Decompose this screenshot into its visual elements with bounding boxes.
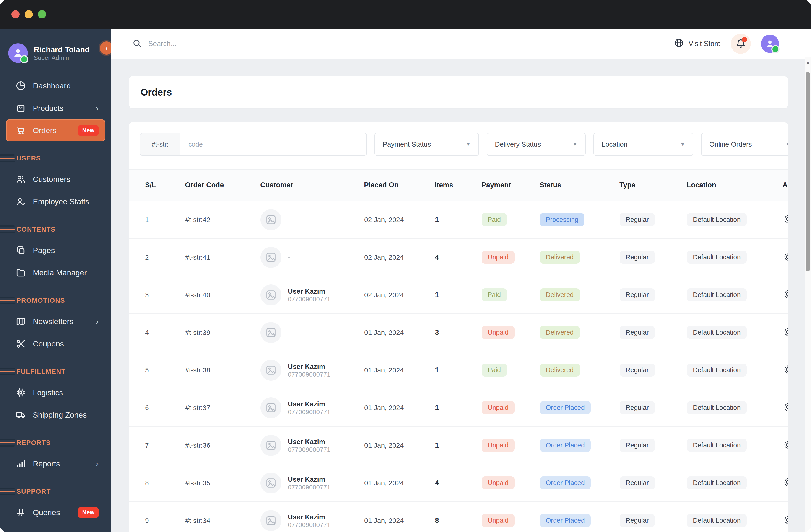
image-placeholder-icon [265, 326, 277, 339]
cell-location: Default Location [687, 502, 782, 532]
view-order-button[interactable] [783, 364, 788, 376]
sidebar-item-products[interactable]: Products› [6, 97, 105, 119]
view-order-button[interactable] [783, 402, 788, 413]
view-order-button[interactable] [783, 289, 788, 301]
sidebar-item-newsletters[interactable]: Newsletters› [6, 311, 105, 332]
orders-table: S/LOrder CodeCustomerPlaced OnItemsPayme… [129, 169, 788, 532]
filters-bar: #t-str: Payment Status ▼ Delivery Status… [129, 132, 788, 156]
sidebar-item-customers[interactable]: Customers [6, 168, 105, 190]
sidebar-item-label: Orders [33, 126, 57, 135]
global-search-input[interactable] [148, 40, 308, 48]
column-header-payment: Payment [481, 169, 540, 201]
online-orders-select[interactable]: Online Orders ▼ [701, 132, 788, 156]
sidebar-item-media-manager[interactable]: Media Manager [6, 262, 105, 284]
status-badge: Order Placed [540, 439, 591, 452]
cell-action [782, 426, 788, 464]
image-placeholder-icon [265, 289, 277, 301]
table-row: 9#t-str:34User Kazim07700900077101 Jan, … [129, 502, 788, 532]
status-badge: Processing [540, 213, 584, 226]
sidebar-item-shipping-zones[interactable]: Shipping Zones [6, 404, 105, 426]
customer-info: User Kazim077009000771 [288, 512, 331, 529]
view-order-button[interactable] [783, 214, 788, 225]
sidebar-nav: DashboardProducts›OrdersNewUSERSCustomer… [0, 72, 111, 532]
section-marker-icon [0, 487, 15, 495]
view-eye-icon [784, 440, 788, 450]
sidebar-item-logistics[interactable]: Logistics [6, 381, 105, 404]
sidebar-item-orders[interactable]: OrdersNew [6, 120, 105, 141]
view-order-button[interactable] [783, 477, 788, 489]
location-badge: Default Location [687, 326, 747, 339]
section-marker-icon [0, 297, 15, 304]
scrollbar-thumb[interactable] [806, 72, 810, 271]
location-select[interactable]: Location ▼ [593, 132, 693, 156]
customer-info: User Kazim077009000771 [288, 362, 331, 378]
location-badge: Default Location [687, 363, 747, 377]
customer-image-placeholder [260, 510, 281, 531]
cell-items: 3 [435, 314, 481, 351]
cell-payment: Unpaid [481, 314, 540, 351]
order-code-input[interactable] [180, 133, 366, 155]
sidebar-item-reports[interactable]: Reports› [6, 453, 105, 474]
cell-items: 1 [435, 201, 481, 238]
cell-placed-on: 02 Jan, 2024 [364, 238, 435, 276]
online-status-dot [20, 55, 28, 63]
column-header-customer: Customer [260, 169, 364, 201]
orders-cart-icon [16, 125, 26, 136]
chevron-right-icon: › [96, 459, 98, 468]
window-titlebar [0, 0, 811, 29]
sidebar-section-fulfillment: FULFILLMENT [0, 365, 111, 378]
scrollbar[interactable]: ▲ [805, 58, 811, 532]
delivery-status-select[interactable]: Delivery Status ▼ [487, 132, 586, 156]
payment-status-select[interactable]: Payment Status ▼ [374, 132, 479, 156]
type-badge: Regular [619, 476, 655, 490]
view-order-button[interactable] [783, 439, 788, 451]
maximize-window-button[interactable] [38, 10, 46, 18]
customer-cell: User Kazim077009000771 [260, 284, 364, 306]
status-badge: Delivered [540, 363, 580, 377]
sidebar-item-label: Newsletters [33, 317, 74, 326]
notifications-button[interactable] [731, 34, 751, 54]
view-order-button[interactable] [783, 514, 788, 526]
customer-cell: - [260, 322, 364, 343]
sidebar-item-employee-staffs[interactable]: Employee Staffs [6, 190, 105, 213]
sidebar-collapse-button[interactable]: ‹ [100, 42, 111, 55]
sidebar-item-label: Dashboard [33, 81, 71, 90]
location-badge: Default Location [687, 439, 747, 452]
sidebar-item-pages[interactable]: Pages [6, 239, 105, 261]
status-badge: Unpaid [482, 439, 515, 452]
cell-type: Regular [619, 314, 687, 351]
sidebar-item-dashboard[interactable]: Dashboard [6, 75, 105, 97]
customer-cell: User Kazim077009000771 [260, 397, 364, 418]
view-order-button[interactable] [783, 326, 788, 338]
table-row: 4#t-str:39-01 Jan, 20243UnpaidDeliveredR… [129, 314, 788, 351]
customer-cell: User Kazim077009000771 [260, 472, 364, 494]
cell-items: 1 [435, 351, 481, 389]
sidebar-item-queries[interactable]: QueriesNew [6, 501, 105, 523]
cell-placed-on: 01 Jan, 2024 [364, 426, 435, 464]
close-window-button[interactable] [11, 10, 20, 18]
status-badge: Paid [482, 288, 507, 301]
caret-down-icon: ▼ [466, 141, 471, 147]
column-header-action: Action [782, 169, 788, 201]
table-row: 2#t-str:41-02 Jan, 20244UnpaidDeliveredR… [129, 238, 788, 276]
cell-status: Delivered [540, 351, 619, 389]
cell-type: Regular [619, 502, 687, 532]
logistics-chip-icon [16, 387, 26, 398]
cell-payment: Unpaid [481, 389, 540, 426]
profile-avatar-button[interactable] [761, 35, 779, 53]
view-order-button[interactable] [783, 251, 788, 263]
cell-action [782, 389, 788, 426]
section-marker-icon [0, 225, 15, 233]
cell-placed-on: 01 Jan, 2024 [364, 464, 435, 502]
scrollbar-up-arrow[interactable]: ▲ [805, 60, 811, 65]
minimize-window-button[interactable] [25, 10, 33, 18]
sidebar-user-card[interactable]: Richard Toland Super Admin [0, 29, 111, 72]
cell-status: Processing [540, 201, 619, 238]
customer-cell: - [260, 209, 364, 230]
user-role: Super Admin [34, 54, 90, 62]
cell-order-code: #t-str:39 [185, 314, 260, 351]
topbar: Visit Store [111, 29, 811, 59]
sidebar-item-coupons[interactable]: Coupons [6, 333, 105, 355]
visit-store-link[interactable]: Visit Store [674, 38, 721, 50]
visit-store-label: Visit Store [689, 40, 721, 48]
